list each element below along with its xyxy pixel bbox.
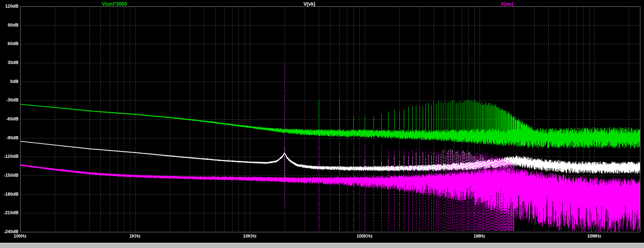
y-axis-tick-label: -120dB (0, 154, 19, 159)
y-axis-tick-label: -90dB (0, 135, 19, 141)
trace-legend: V(un)*3000 V(vk) V(ou) (0, 0, 644, 6)
y-axis-tick-label: 90dB (0, 23, 19, 28)
x-axis-tick-label: 10KHz (234, 233, 266, 239)
x-axis-tick-label: 1KHz (119, 233, 151, 239)
fft-plot-canvas[interactable] (0, 0, 644, 243)
x-axis-tick-label: 100Hz (4, 233, 36, 239)
y-axis-tick-label: -60dB (0, 116, 19, 122)
legend-trace-v-un[interactable]: V(un)*3000 (102, 1, 127, 7)
y-axis-tick-label: -30dB (0, 97, 19, 103)
y-axis-tick-label: 30dB (0, 60, 19, 65)
waveform-viewer-window: V(un)*3000 V(vk) V(ou) 120dB90dB60dB30dB… (0, 0, 644, 248)
y-axis-tick-label: 0dB (0, 79, 19, 84)
x-axis-tick-label: 100KHz (349, 233, 381, 239)
y-axis-tick-label: -150dB (0, 173, 19, 178)
y-axis-tick-label: -210dB (0, 210, 19, 215)
y-axis-tick-label: -180dB (0, 192, 19, 197)
y-axis-tick-label: 120dB (0, 4, 19, 9)
x-axis-tick-label: 1MHz (463, 233, 496, 239)
legend-trace-v-ou[interactable]: V(ou) (501, 1, 513, 7)
y-axis-tick-label: 60dB (0, 41, 19, 46)
legend-trace-v-vk[interactable]: V(vk) (303, 1, 315, 7)
status-bar (0, 243, 644, 248)
x-axis-tick-label: 10MHz (578, 233, 611, 239)
